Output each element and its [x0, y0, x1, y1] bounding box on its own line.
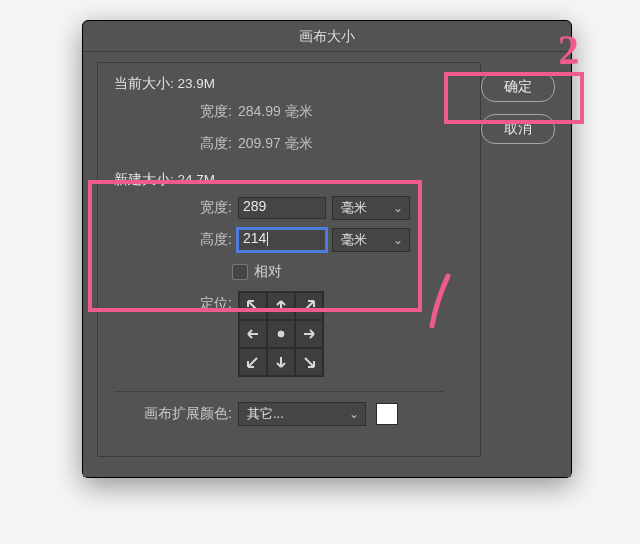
new-height-input[interactable]: 214 [238, 229, 326, 251]
current-size-value: 23.9M [178, 76, 216, 91]
anchor-arrow-nw-icon[interactable] [239, 292, 267, 320]
new-height-text: 214 [243, 230, 266, 246]
extension-color-dropdown[interactable]: 其它... ⌄ [238, 402, 366, 426]
relative-checkbox[interactable] [232, 264, 248, 280]
anchor-arrow-sw-icon[interactable] [239, 348, 267, 376]
dialog-content: 确定 取消 当前大小: 23.9M 宽度: 284.99 毫米 高度: 209.… [83, 52, 571, 477]
current-height-label: 高度: [114, 135, 238, 153]
current-height-value: 209.97 毫米 [238, 135, 313, 153]
width-unit-dropdown[interactable]: 毫米 ⌄ [332, 196, 410, 220]
extension-color-label: 画布扩展颜色: [114, 405, 238, 423]
new-size-value: 24.7M [178, 172, 216, 187]
height-unit-value: 毫米 [341, 231, 367, 249]
new-size-title: 新建大小: 24.7M [114, 171, 444, 189]
current-size-label: 当前大小: [114, 76, 174, 91]
anchor-arrow-se-icon[interactable] [295, 348, 323, 376]
text-caret [267, 232, 268, 246]
anchor-label: 定位: [114, 291, 238, 313]
svg-point-0 [278, 331, 284, 337]
dialog-title: 画布大小 [83, 21, 571, 52]
chevron-down-icon: ⌄ [383, 201, 403, 215]
new-height-label: 高度: [114, 231, 238, 249]
chevron-down-icon: ⌄ [339, 407, 359, 421]
extension-color-swatch[interactable] [376, 403, 398, 425]
new-size-label: 新建大小: [114, 172, 174, 187]
cancel-button[interactable]: 取消 [481, 114, 555, 144]
form-panel: 当前大小: 23.9M 宽度: 284.99 毫米 高度: 209.97 毫米 … [97, 62, 481, 457]
new-width-label: 宽度: [114, 199, 238, 217]
anchor-arrow-n-icon[interactable] [267, 292, 295, 320]
anchor-arrow-s-icon[interactable] [267, 348, 295, 376]
width-unit-value: 毫米 [341, 199, 367, 217]
height-unit-dropdown[interactable]: 毫米 ⌄ [332, 228, 410, 252]
extension-color-value: 其它... [247, 405, 284, 423]
divider [114, 391, 444, 392]
relative-label: 相对 [254, 263, 282, 281]
anchor-arrow-w-icon[interactable] [239, 320, 267, 348]
canvas-size-dialog: 画布大小 确定 取消 当前大小: 23.9M 宽度: 284.99 毫米 高度:… [82, 20, 572, 478]
current-width-label: 宽度: [114, 103, 238, 121]
current-size-title: 当前大小: 23.9M [114, 75, 444, 93]
anchor-arrow-ne-icon[interactable] [295, 292, 323, 320]
new-width-input[interactable]: 289 [238, 197, 326, 219]
anchor-center-icon[interactable] [267, 320, 295, 348]
chevron-down-icon: ⌄ [383, 233, 403, 247]
current-width-value: 284.99 毫米 [238, 103, 313, 121]
anchor-arrow-e-icon[interactable] [295, 320, 323, 348]
anchor-grid[interactable] [238, 291, 324, 377]
ok-button[interactable]: 确定 [481, 72, 555, 102]
